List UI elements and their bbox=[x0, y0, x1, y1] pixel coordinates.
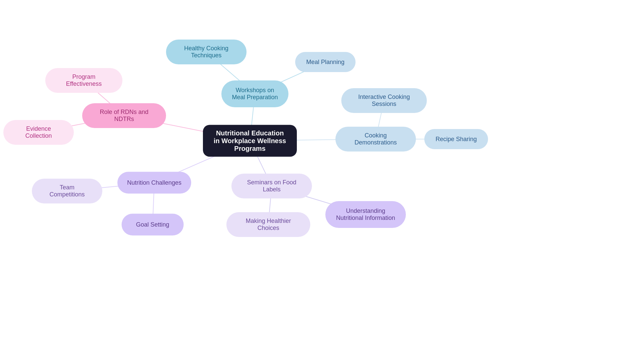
center-node: Nutritional Education in Workplace Welln… bbox=[203, 125, 297, 157]
node-meal-planning: Meal Planning bbox=[295, 52, 356, 72]
node-healthy-cooking: Healthy Cooking Techniques bbox=[166, 40, 247, 64]
node-team-competitions: Team Competitions bbox=[32, 179, 102, 203]
node-cooking-demos: Cooking Demonstrations bbox=[335, 127, 416, 152]
node-understanding-nutritional: Understanding Nutritional Information bbox=[325, 201, 406, 228]
node-recipe-sharing: Recipe Sharing bbox=[424, 129, 488, 149]
node-workshops: Workshops on Meal Preparation bbox=[221, 80, 288, 107]
node-evidence-collection: Evidence Collection bbox=[3, 120, 74, 145]
node-role-rdns: Role of RDNs and NDTRs bbox=[82, 103, 166, 128]
node-nutrition-challenges: Nutrition Challenges bbox=[117, 172, 191, 194]
node-goal-setting: Goal Setting bbox=[122, 214, 184, 236]
node-interactive-cooking: Interactive Cooking Sessions bbox=[341, 88, 427, 113]
node-seminars-food-labels: Seminars on Food Labels bbox=[231, 174, 312, 198]
mind-map: Nutritional Education in Workplace Welln… bbox=[0, 0, 644, 363]
node-program-effectiveness: Program Effectiveness bbox=[45, 68, 122, 93]
node-making-healthier: Making Healthier Choices bbox=[226, 212, 310, 237]
